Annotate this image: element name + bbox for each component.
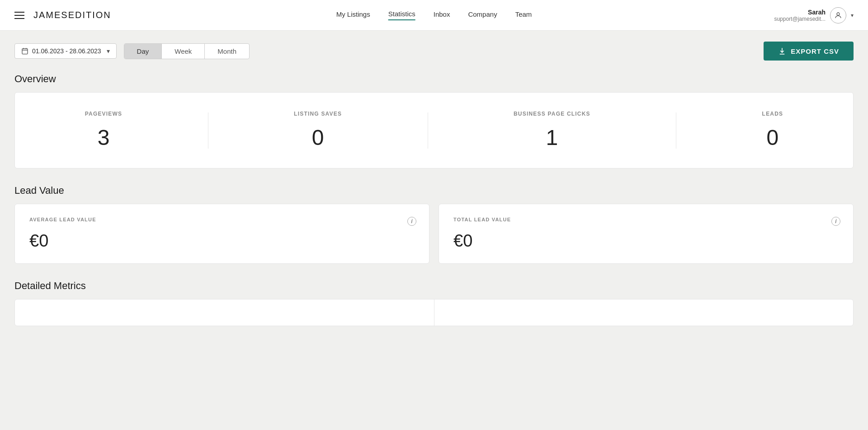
detailed-metrics-card — [14, 299, 854, 326]
main-nav: My ListingsStatisticsInboxCompanyTeam — [336, 10, 532, 20]
toolbar: 01.06.2023 - 28.06.2023 ▾ DayWeekMonth E… — [14, 42, 854, 61]
lead-card-total-lead-value: TOTAL LEAD VALUE €0 i — [439, 204, 854, 264]
metric-label: PAGEVIEWS — [85, 111, 123, 117]
nav-item-statistics[interactable]: Statistics — [388, 10, 415, 20]
overview-title: Overview — [14, 73, 854, 85]
metric-value: 1 — [514, 125, 590, 150]
metric-label: LEADS — [762, 111, 783, 117]
user-email: support@jamesedit... — [774, 16, 826, 22]
metric-label: BUSINESS PAGE CLICKS — [514, 111, 590, 117]
logo: JamesEdition — [33, 10, 111, 20]
user-avatar-button[interactable] — [830, 7, 846, 23]
metric-value: 0 — [762, 125, 783, 150]
lead-card-value: €0 — [453, 231, 839, 251]
info-icon[interactable]: i — [831, 217, 840, 226]
metric-item-listing-saves: LISTING SAVES 0 — [294, 111, 342, 150]
metric-value: 3 — [85, 125, 123, 150]
nav-item-team[interactable]: Team — [515, 10, 532, 20]
upload-icon — [778, 47, 786, 55]
metric-value: 0 — [294, 125, 342, 150]
date-range-chevron: ▾ — [107, 47, 110, 55]
metric-divider — [676, 112, 676, 149]
info-icon[interactable]: i — [407, 217, 416, 226]
lead-card-average-lead-value: AVERAGE LEAD VALUE €0 i — [14, 204, 429, 264]
user-name: Sarah — [774, 9, 826, 16]
svg-rect-1 — [22, 49, 28, 54]
period-btn-month[interactable]: Month — [205, 44, 249, 59]
metric-label: LISTING SAVES — [294, 111, 342, 117]
period-btn-week[interactable]: Week — [162, 44, 205, 59]
nav-item-inbox[interactable]: Inbox — [434, 10, 450, 20]
metric-item-business-page-clicks: BUSINESS PAGE CLICKS 1 — [514, 111, 590, 150]
lead-value-title: Lead Value — [14, 185, 854, 196]
overview-section: Overview PAGEVIEWS 3 LISTING SAVES 0 BUS… — [14, 73, 854, 168]
metric-item-leads: LEADS 0 — [762, 111, 783, 150]
metric-divider — [428, 112, 428, 149]
header: JamesEdition My ListingsStatisticsInboxC… — [0, 0, 868, 31]
nav-item-my-listings[interactable]: My Listings — [336, 10, 370, 20]
lead-card-label: TOTAL LEAD VALUE — [453, 217, 839, 222]
main-content: 01.06.2023 - 28.06.2023 ▾ DayWeekMonth E… — [0, 31, 868, 353]
detailed-half-left — [15, 299, 434, 326]
hamburger-menu[interactable] — [14, 12, 24, 19]
detailed-metrics-title: Detailed Metrics — [14, 280, 854, 292]
overview-card: PAGEVIEWS 3 LISTING SAVES 0 BUSINESS PAG… — [14, 92, 854, 168]
lead-value-section: Lead Value AVERAGE LEAD VALUE €0 i TOTAL… — [14, 185, 854, 264]
nav-item-company[interactable]: Company — [468, 10, 497, 20]
header-left: JamesEdition — [14, 10, 111, 20]
header-right: Sarah support@jamesedit... ▾ — [774, 7, 854, 23]
lead-value-cards: AVERAGE LEAD VALUE €0 i TOTAL LEAD VALUE… — [14, 204, 854, 264]
user-info: Sarah support@jamesedit... — [774, 9, 826, 22]
lead-card-value: €0 — [29, 231, 415, 251]
period-btn-day[interactable]: Day — [124, 44, 162, 59]
export-label: EXPORT CSV — [791, 47, 839, 55]
date-range-label: 01.06.2023 - 28.06.2023 — [32, 47, 101, 55]
svg-point-0 — [837, 13, 840, 15]
metric-divider — [208, 112, 208, 149]
detailed-half-right — [434, 299, 854, 326]
calendar-icon — [21, 47, 28, 55]
metric-item-pageviews: PAGEVIEWS 3 — [85, 111, 123, 150]
export-csv-button[interactable]: EXPORT CSV — [764, 42, 854, 61]
logo-text: JamesEdition — [33, 10, 111, 20]
toolbar-left: 01.06.2023 - 28.06.2023 ▾ DayWeekMonth — [14, 43, 250, 59]
detailed-metrics-section: Detailed Metrics — [14, 280, 854, 326]
user-dropdown-chevron[interactable]: ▾ — [851, 12, 854, 19]
date-range-picker[interactable]: 01.06.2023 - 28.06.2023 ▾ — [14, 43, 117, 59]
period-buttons: DayWeekMonth — [124, 43, 250, 59]
lead-card-label: AVERAGE LEAD VALUE — [29, 217, 415, 222]
